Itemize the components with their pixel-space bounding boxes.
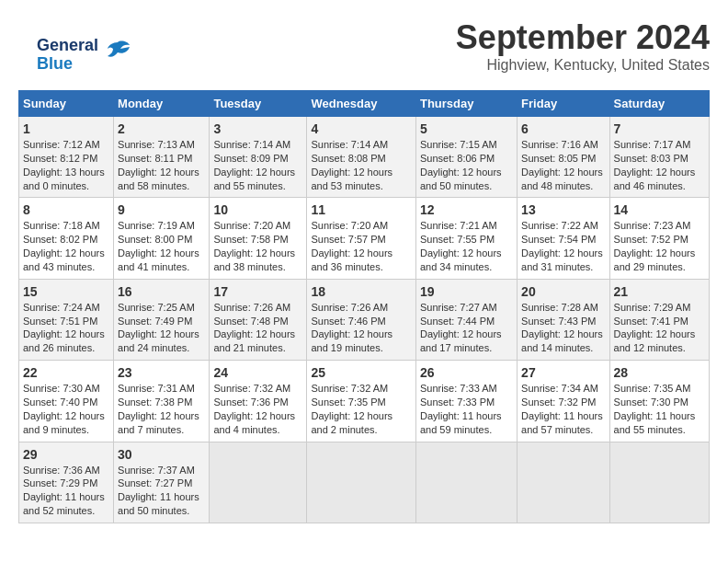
calendar-day-cell: 7 Sunrise: 7:17 AMSunset: 8:03 PMDayligh… [609,117,709,198]
day-of-week-header: Tuesday [210,91,307,117]
day-info: Sunrise: 7:19 AMSunset: 8:00 PMDaylight:… [118,220,199,272]
day-info: Sunrise: 7:22 AMSunset: 7:54 PMDaylight:… [521,220,603,272]
day-number: 13 [521,202,605,217]
calendar-day-cell: 28 Sunrise: 7:35 AMSunset: 7:30 PMDaylig… [609,361,709,442]
day-info: Sunrise: 7:34 AMSunset: 7:32 PMDaylight:… [521,383,603,435]
day-info: Sunrise: 7:32 AMSunset: 7:36 PMDaylight:… [213,383,295,435]
calendar-day-cell: 19 Sunrise: 7:27 AMSunset: 7:44 PMDaylig… [415,279,517,360]
day-info: Sunrise: 7:27 AMSunset: 7:44 PMDaylight:… [420,302,502,354]
calendar-day-cell: 30 Sunrise: 7:37 AMSunset: 7:27 PMDaylig… [114,442,210,523]
logo-line1: General [37,37,98,55]
calendar-week-row: 22 Sunrise: 7:30 AMSunset: 7:40 PMDaylig… [19,361,710,442]
day-info: Sunrise: 7:24 AMSunset: 7:51 PMDaylight:… [23,302,105,354]
calendar-day-cell [307,442,416,523]
calendar-day-cell: 21 Sunrise: 7:29 AMSunset: 7:41 PMDaylig… [609,279,709,360]
logo-line2: Blue [37,55,98,74]
calendar-day-cell: 29 Sunrise: 7:36 AMSunset: 7:29 PMDaylig… [19,442,114,523]
day-info: Sunrise: 7:25 AMSunset: 7:49 PMDaylight:… [118,302,199,354]
day-info: Sunrise: 7:31 AMSunset: 7:38 PMDaylight:… [118,383,199,435]
day-number: 22 [23,365,109,380]
day-number: 5 [420,121,513,136]
calendar-week-row: 1 Sunrise: 7:12 AMSunset: 8:12 PMDayligh… [19,117,710,198]
calendar-day-cell: 14 Sunrise: 7:23 AMSunset: 7:52 PMDaylig… [609,198,709,279]
day-number: 2 [118,121,205,136]
day-of-week-header: Monday [114,91,210,117]
calendar-day-cell: 12 Sunrise: 7:21 AMSunset: 7:55 PMDaylig… [415,198,517,279]
day-number: 9 [118,202,205,217]
day-info: Sunrise: 7:29 AMSunset: 7:41 PMDaylight:… [614,302,696,354]
calendar-day-cell [518,442,609,523]
day-number: 18 [311,284,412,299]
calendar-day-cell: 6 Sunrise: 7:16 AMSunset: 8:05 PMDayligh… [518,117,609,198]
day-number: 15 [23,284,109,299]
day-number: 1 [23,121,109,136]
day-info: Sunrise: 7:20 AMSunset: 7:57 PMDaylight:… [311,220,392,272]
day-number: 4 [311,121,412,136]
day-info: Sunrise: 7:30 AMSunset: 7:40 PMDaylight:… [23,383,105,435]
calendar-day-cell: 1 Sunrise: 7:12 AMSunset: 8:12 PMDayligh… [19,117,114,198]
day-info: Sunrise: 7:26 AMSunset: 7:48 PMDaylight:… [213,302,295,354]
calendar-day-cell: 13 Sunrise: 7:22 AMSunset: 7:54 PMDaylig… [518,198,609,279]
day-of-week-header: Sunday [19,91,114,117]
calendar-day-cell: 4 Sunrise: 7:14 AMSunset: 8:08 PMDayligh… [307,117,416,198]
day-info: Sunrise: 7:17 AMSunset: 8:03 PMDaylight:… [614,139,696,191]
day-number: 16 [118,284,205,299]
day-info: Sunrise: 7:26 AMSunset: 7:46 PMDaylight:… [311,302,392,354]
day-number: 20 [521,284,605,299]
day-of-week-header: Saturday [609,91,709,117]
day-number: 24 [213,365,302,380]
calendar-day-cell: 17 Sunrise: 7:26 AMSunset: 7:48 PMDaylig… [210,279,307,360]
calendar-day-cell: 15 Sunrise: 7:24 AMSunset: 7:51 PMDaylig… [19,279,114,360]
calendar-day-cell: 22 Sunrise: 7:30 AMSunset: 7:40 PMDaylig… [19,361,114,442]
calendar-day-cell: 11 Sunrise: 7:20 AMSunset: 7:57 PMDaylig… [307,198,416,279]
calendar-week-row: 8 Sunrise: 7:18 AMSunset: 8:02 PMDayligh… [19,198,710,279]
day-of-week-header: Wednesday [307,91,416,117]
day-number: 25 [311,365,412,380]
day-info: Sunrise: 7:12 AMSunset: 8:12 PMDaylight:… [23,139,105,191]
calendar-day-cell: 20 Sunrise: 7:28 AMSunset: 7:43 PMDaylig… [518,279,609,360]
day-number: 30 [118,447,205,462]
calendar-header-row: SundayMondayTuesdayWednesdayThursdayFrid… [19,91,710,117]
calendar-day-cell: 25 Sunrise: 7:32 AMSunset: 7:35 PMDaylig… [307,361,416,442]
calendar-week-row: 29 Sunrise: 7:36 AMSunset: 7:29 PMDaylig… [19,442,710,523]
day-info: Sunrise: 7:33 AMSunset: 7:33 PMDaylight:… [420,383,502,435]
day-info: Sunrise: 7:13 AMSunset: 8:11 PMDaylight:… [118,139,199,191]
day-info: Sunrise: 7:32 AMSunset: 7:35 PMDaylight:… [311,383,392,435]
calendar-day-cell: 27 Sunrise: 7:34 AMSunset: 7:32 PMDaylig… [518,361,609,442]
day-info: Sunrise: 7:23 AMSunset: 7:52 PMDaylight:… [614,220,696,272]
logo-bird-icon [104,38,131,72]
day-of-week-header: Friday [518,91,609,117]
day-number: 28 [614,365,705,380]
day-info: Sunrise: 7:21 AMSunset: 7:55 PMDaylight:… [420,220,502,272]
day-number: 11 [311,202,412,217]
calendar-day-cell: 24 Sunrise: 7:32 AMSunset: 7:36 PMDaylig… [210,361,307,442]
calendar-day-cell: 26 Sunrise: 7:33 AMSunset: 7:33 PMDaylig… [415,361,517,442]
calendar-day-cell [415,442,517,523]
calendar-day-cell: 2 Sunrise: 7:13 AMSunset: 8:11 PMDayligh… [114,117,210,198]
day-info: Sunrise: 7:28 AMSunset: 7:43 PMDaylight:… [521,302,603,354]
day-number: 27 [521,365,605,380]
calendar-day-cell [210,442,307,523]
day-number: 10 [213,202,302,217]
day-number: 12 [420,202,513,217]
day-info: Sunrise: 7:35 AMSunset: 7:30 PMDaylight:… [614,383,696,435]
day-number: 7 [614,121,705,136]
calendar-day-cell: 3 Sunrise: 7:14 AMSunset: 8:09 PMDayligh… [210,117,307,198]
day-of-week-header: Thursday [415,91,517,117]
day-info: Sunrise: 7:15 AMSunset: 8:06 PMDaylight:… [420,139,502,191]
calendar-day-cell: 10 Sunrise: 7:20 AMSunset: 7:58 PMDaylig… [210,198,307,279]
day-number: 3 [213,121,302,136]
day-info: Sunrise: 7:37 AMSunset: 7:27 PMDaylight:… [118,465,199,517]
day-number: 23 [118,365,205,380]
calendar-table: SundayMondayTuesdayWednesdayThursdayFrid… [18,90,710,523]
calendar-week-row: 15 Sunrise: 7:24 AMSunset: 7:51 PMDaylig… [19,279,710,360]
day-number: 19 [420,284,513,299]
calendar-day-cell: 9 Sunrise: 7:19 AMSunset: 8:00 PMDayligh… [114,198,210,279]
day-number: 26 [420,365,513,380]
calendar-day-cell: 16 Sunrise: 7:25 AMSunset: 7:49 PMDaylig… [114,279,210,360]
day-number: 29 [23,447,109,462]
day-number: 21 [614,284,705,299]
calendar-day-cell: 18 Sunrise: 7:26 AMSunset: 7:46 PMDaylig… [307,279,416,360]
calendar-day-cell: 5 Sunrise: 7:15 AMSunset: 8:06 PMDayligh… [415,117,517,198]
day-number: 6 [521,121,605,136]
